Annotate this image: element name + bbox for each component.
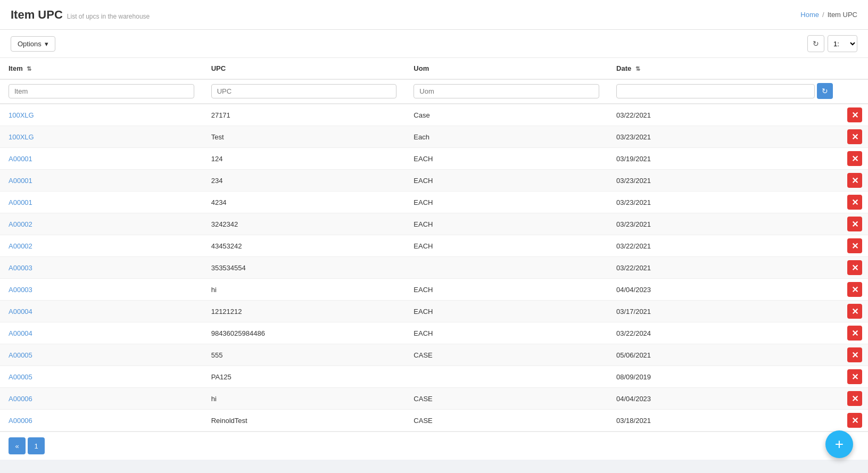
delete-button[interactable]: ✕ [847, 326, 862, 341]
cell-date: 03/23/2021 [608, 192, 841, 213]
table-row: A0000243453242EACH03/22/2021✕ [0, 235, 868, 257]
item-link[interactable]: A00002 [9, 242, 32, 250]
cell-upc: 3242342 [203, 213, 406, 235]
options-button[interactable]: Options ▾ [11, 36, 55, 52]
item-link[interactable]: A00001 [9, 198, 32, 206]
delete-icon: ✕ [852, 372, 858, 382]
cell-item: A00001 [0, 148, 203, 170]
filter-cell-date: 03/01/2025 - 03/01/2025 ↻ [608, 79, 841, 104]
table-header-row: Item ⇅ UPC Uom Date ⇅ [0, 58, 868, 79]
options-chevron-icon: ▾ [45, 40, 48, 48]
cell-upc: hi [203, 279, 406, 301]
item-link[interactable]: A00001 [9, 155, 32, 163]
breadcrumb-home-link[interactable]: Home [800, 11, 819, 19]
column-header-date[interactable]: Date ⇅ [608, 58, 841, 79]
delete-button[interactable]: ✕ [847, 217, 862, 231]
delete-button[interactable]: ✕ [847, 304, 862, 319]
table-row: 100XLGTestEach03/23/2021✕ [0, 126, 868, 148]
filter-uom-input[interactable] [414, 84, 599, 98]
cell-item: A00003 [0, 257, 203, 279]
cell-upc: 27171 [203, 104, 406, 126]
cell-date: 03/22/2024 [608, 322, 841, 344]
cell-upc: PA125 [203, 366, 406, 388]
table-row: A0000498436025984486EACH03/22/2024✕ [0, 322, 868, 344]
delete-icon: ✕ [852, 263, 858, 273]
delete-icon: ✕ [852, 154, 858, 164]
delete-button[interactable]: ✕ [847, 173, 862, 188]
table-container: Item ⇅ UPC Uom Date ⇅ [0, 58, 868, 431]
item-link[interactable]: A00004 [9, 308, 32, 316]
column-header-item[interactable]: Item ⇅ [0, 58, 203, 79]
cell-uom: CASE [405, 410, 608, 431]
delete-button[interactable]: ✕ [847, 413, 862, 428]
delete-button[interactable]: ✕ [847, 369, 862, 384]
delete-button[interactable]: ✕ [847, 391, 862, 406]
cell-action: ✕ [841, 213, 868, 235]
delete-icon: ✕ [852, 394, 858, 404]
cell-upc: Test [203, 126, 406, 148]
filter-date-input[interactable]: 03/01/2025 - 03/01/2025 [616, 84, 815, 98]
cell-action: ✕ [841, 388, 868, 410]
cell-uom: EACH [405, 301, 608, 322]
item-link[interactable]: A00001 [9, 177, 32, 185]
prev-icon: « [15, 442, 19, 450]
table-row: A00006hiCASE04/04/2023✕ [0, 388, 868, 410]
cell-upc: 98436025984486 [203, 322, 406, 344]
add-fab-button[interactable]: + [825, 430, 853, 458]
filter-row: 03/01/2025 - 03/01/2025 ↻ [0, 79, 868, 104]
cell-uom: EACH [405, 235, 608, 257]
item-link[interactable]: A00006 [9, 395, 32, 403]
delete-button[interactable]: ✕ [847, 107, 862, 122]
page-number: 1 [34, 442, 38, 450]
item-link[interactable]: A00006 [9, 417, 32, 425]
item-link[interactable]: A00003 [9, 264, 32, 272]
date-refresh-button[interactable]: ↻ [817, 83, 833, 99]
delete-button[interactable]: ✕ [847, 260, 862, 275]
item-link[interactable]: A00004 [9, 329, 32, 337]
delete-button[interactable]: ✕ [847, 151, 862, 166]
breadcrumb-current: Item UPC [828, 11, 857, 19]
pagination-page-button[interactable]: 1 [28, 437, 45, 454]
cell-uom: EACH [405, 279, 608, 301]
cell-action: ✕ [841, 279, 868, 301]
date-filter-wrapper: 03/01/2025 - 03/01/2025 ↻ [616, 83, 833, 99]
item-link[interactable]: A00005 [9, 373, 32, 381]
delete-button[interactable]: ✕ [847, 282, 862, 297]
delete-icon: ✕ [852, 328, 858, 338]
cell-date: 03/19/2021 [608, 148, 841, 170]
cell-date: 03/23/2021 [608, 213, 841, 235]
cell-upc: 234 [203, 170, 406, 192]
delete-button[interactable]: ✕ [847, 129, 862, 144]
delete-icon: ✕ [852, 219, 858, 229]
cell-uom: Case [405, 104, 608, 126]
cell-upc: 43453242 [203, 235, 406, 257]
cell-action: ✕ [841, 410, 868, 431]
cell-action: ✕ [841, 235, 868, 257]
cell-item: 100XLG [0, 126, 203, 148]
cell-date: 08/09/2019 [608, 366, 841, 388]
breadcrumb-separator: / [822, 11, 824, 19]
refresh-button[interactable]: ↻ [807, 35, 824, 52]
per-page-select[interactable]: 1: 25 50 100 [828, 35, 857, 52]
item-link[interactable]: A00003 [9, 286, 32, 294]
table-row: A00001124EACH03/19/2021✕ [0, 148, 868, 170]
table-row: A00005PA12508/09/2019✕ [0, 366, 868, 388]
toolbar-left: Options ▾ [11, 36, 55, 52]
item-link[interactable]: 100XLG [9, 133, 34, 141]
table-row: A00005555CASE05/06/2021✕ [0, 344, 868, 366]
column-header-uom: Uom [405, 58, 608, 79]
filter-upc-input[interactable] [211, 84, 397, 98]
cell-date: 03/23/2021 [608, 126, 841, 148]
item-link[interactable]: 100XLG [9, 111, 34, 119]
cell-item: A00003 [0, 279, 203, 301]
item-link[interactable]: A00005 [9, 351, 32, 359]
delete-button[interactable]: ✕ [847, 347, 862, 362]
filter-item-input[interactable] [9, 84, 194, 98]
cell-action: ✕ [841, 301, 868, 322]
delete-button[interactable]: ✕ [847, 238, 862, 253]
item-link[interactable]: A00002 [9, 220, 32, 228]
cell-item: A00002 [0, 213, 203, 235]
delete-button[interactable]: ✕ [847, 195, 862, 210]
cell-uom [405, 366, 608, 388]
pagination-prev-button[interactable]: « [9, 437, 26, 454]
